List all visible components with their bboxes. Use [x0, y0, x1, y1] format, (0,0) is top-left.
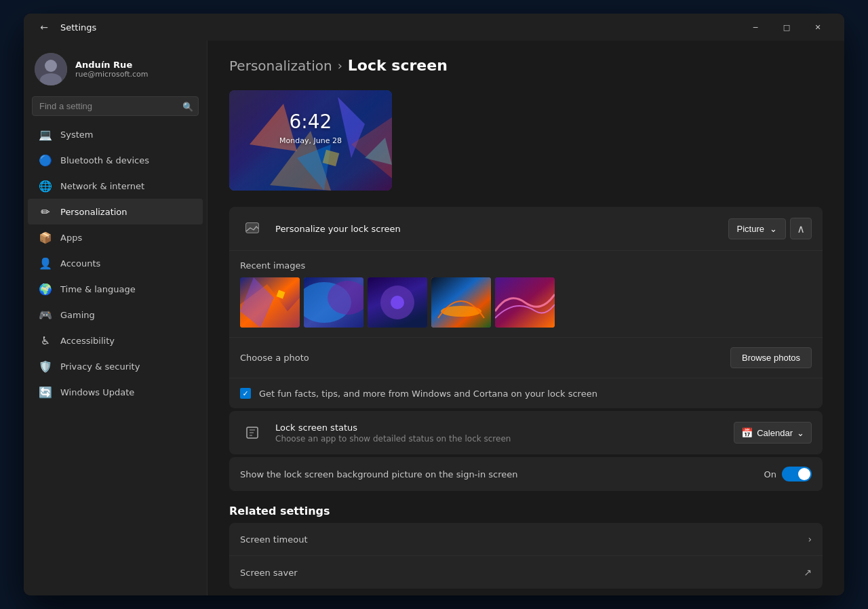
sidebar-item-time[interactable]: 🌍 Time & language: [28, 276, 203, 302]
lock-status-row: Lock screen status Choose an app to show…: [229, 411, 823, 454]
sign-in-bg-card: Show the lock screen background picture …: [229, 457, 823, 491]
sidebar-item-label: Privacy & security: [60, 361, 140, 372]
toggle-wrap: On: [764, 467, 812, 482]
apps-icon: 📦: [39, 231, 52, 244]
sidebar-item-label: Windows Update: [60, 387, 134, 397]
recent-images-label: Recent images: [240, 260, 812, 271]
breadcrumb-separator: ›: [338, 58, 342, 73]
sidebar-item-accessibility[interactable]: ♿ Accessibility: [28, 328, 203, 353]
maximize-button[interactable]: □: [771, 17, 802, 37]
sidebar-item-personalization[interactable]: ✏️ Personalization: [28, 199, 203, 224]
screen-timeout-label: Screen timeout: [240, 534, 808, 545]
chevron-right-icon: ›: [808, 534, 812, 545]
sidebar-item-label: Time & language: [60, 284, 136, 294]
search-box: 🔍: [32, 96, 199, 116]
lock-status-desc: Choose an app to show detailed status on…: [275, 434, 723, 444]
gaming-icon: 🎮: [39, 308, 52, 321]
sidebar-item-bluetooth[interactable]: 🔵 Bluetooth & devices: [28, 147, 203, 173]
sign-in-bg-label: Show the lock screen background picture …: [240, 469, 764, 479]
personalize-title: Personalize your lock screen: [275, 224, 717, 234]
recent-images-row: [240, 277, 812, 328]
recent-image-3[interactable]: [368, 277, 427, 328]
chevron-down-icon: ⌄: [797, 428, 804, 438]
lock-status-control: 📅 Calendar ⌄: [734, 422, 812, 444]
lock-screen-preview: 6:42 Monday, June 28: [229, 90, 392, 191]
sidebar-item-label: Network & internet: [60, 181, 144, 191]
user-email: rue@microsoft.com: [75, 70, 196, 79]
personalize-dropdown[interactable]: Picture ⌄: [728, 218, 786, 239]
toggle-thumb: [798, 468, 810, 480]
sidebar-item-label: System: [60, 130, 93, 140]
privacy-icon: 🛡️: [39, 359, 52, 373]
sidebar-item-label: Personalization: [60, 207, 127, 217]
title-bar: ← Settings ─ □ ✕: [24, 14, 844, 41]
user-info: Anduín Rue rue@microsoft.com: [75, 60, 196, 79]
system-icon: 💻: [39, 127, 52, 141]
time-icon: 🌍: [39, 282, 52, 296]
sign-in-bg-row: Show the lock screen background picture …: [229, 457, 823, 491]
svg-rect-23: [431, 277, 491, 328]
personalization-icon: ✏️: [39, 205, 52, 218]
sidebar-item-apps[interactable]: 📦 Apps: [28, 224, 203, 250]
related-row-screen-timeout[interactable]: Screen timeout ›: [229, 523, 823, 556]
sidebar: Anduín Rue rue@microsoft.com 🔍 💻 System …: [24, 41, 207, 595]
choose-photo-label: Choose a photo: [240, 353, 730, 363]
recent-image-4[interactable]: [431, 277, 491, 328]
fun-facts-row: ✓ Get fun facts, tips, and more from Win…: [229, 378, 823, 408]
lock-status-dropdown[interactable]: 📅 Calendar ⌄: [734, 422, 812, 444]
window-controls: ─ □ ✕: [740, 17, 833, 37]
svg-point-1: [45, 60, 57, 72]
personalize-icon: [240, 216, 264, 241]
recent-image-1[interactable]: [240, 277, 300, 328]
related-settings-title: Related settings: [229, 505, 823, 517]
lock-time: 6:42: [229, 111, 392, 133]
network-icon: 🌐: [39, 179, 52, 193]
sidebar-item-label: Accounts: [60, 258, 100, 269]
sidebar-item-gaming[interactable]: 🎮 Gaming: [28, 302, 203, 328]
sidebar-item-update[interactable]: 🔄 Windows Update: [28, 379, 203, 405]
svg-point-22: [391, 296, 404, 309]
recent-images-section: Recent images: [229, 251, 823, 338]
recent-image-5[interactable]: [495, 277, 555, 328]
recent-image-2[interactable]: [304, 277, 363, 328]
sign-in-bg-toggle[interactable]: [782, 467, 812, 482]
sidebar-item-privacy[interactable]: 🛡️ Privacy & security: [28, 353, 203, 379]
personalize-value: Picture: [737, 224, 764, 234]
calendar-icon: 📅: [741, 427, 753, 438]
chevron-up-icon: ∧: [797, 222, 805, 235]
screen-saver-label: Screen saver: [240, 568, 804, 578]
lock-status-value: Calendar: [757, 428, 793, 438]
external-link-icon: ↗: [804, 567, 812, 578]
personalize-info: Personalize your lock screen: [275, 224, 717, 234]
accounts-icon: 👤: [39, 256, 52, 270]
lock-status-icon: [240, 420, 264, 445]
collapse-button[interactable]: ∧: [790, 218, 812, 239]
browse-photos-button[interactable]: Browse photos: [730, 347, 812, 368]
checkmark-icon: ✓: [242, 389, 248, 398]
window-title: Settings: [60, 22, 96, 33]
close-button[interactable]: ✕: [802, 17, 833, 37]
personalize-control: Picture ⌄ ∧: [728, 218, 812, 239]
sidebar-item-system[interactable]: 💻 System: [28, 121, 203, 147]
choose-photo-row: Choose a photo Browse photos: [229, 338, 823, 378]
update-icon: 🔄: [39, 385, 52, 399]
user-name: Anduín Rue: [75, 60, 196, 70]
sidebar-item-label: Bluetooth & devices: [60, 155, 149, 165]
search-input[interactable]: [32, 96, 199, 116]
back-button[interactable]: ←: [35, 18, 54, 37]
breadcrumb-parent[interactable]: Personalization: [229, 58, 332, 74]
related-row-screen-saver[interactable]: Screen saver ↗: [229, 556, 823, 589]
minimize-button[interactable]: ─: [740, 17, 771, 37]
user-profile: Anduín Rue rue@microsoft.com: [24, 46, 207, 96]
sidebar-item-accounts[interactable]: 👤 Accounts: [28, 250, 203, 276]
lock-status-card: Lock screen status Choose an app to show…: [229, 411, 823, 454]
sidebar-item-network[interactable]: 🌐 Network & internet: [28, 173, 203, 199]
sidebar-item-label: Accessibility: [60, 336, 115, 346]
lock-status-title: Lock screen status: [275, 423, 723, 433]
related-settings-card: Screen timeout › Screen saver ↗: [229, 523, 823, 589]
fun-facts-checkbox[interactable]: ✓: [240, 388, 251, 399]
svg-rect-12: [246, 223, 258, 233]
accessibility-icon: ♿: [39, 334, 52, 347]
sidebar-item-label: Apps: [60, 233, 82, 243]
toggle-state-text: On: [764, 469, 776, 479]
